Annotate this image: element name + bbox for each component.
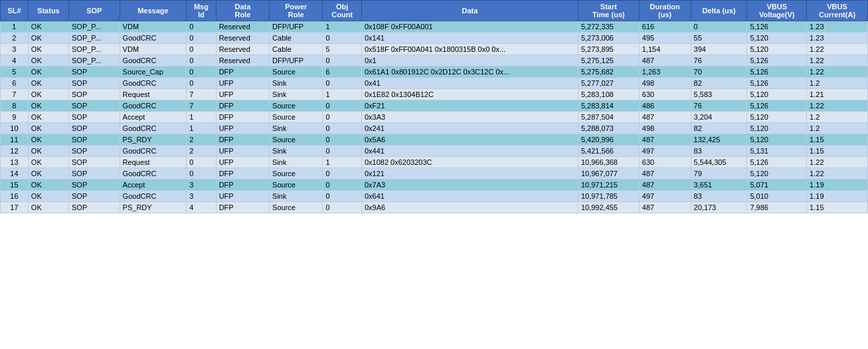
col-header-obj_count: ObjCount	[323, 1, 361, 21]
cell-msg_id: 3	[187, 179, 216, 191]
cell-delta: 83	[691, 191, 747, 202]
cell-msg_id: 0	[187, 168, 216, 179]
cell-obj_count: 6	[323, 66, 361, 78]
cell-sl: 8	[1, 100, 29, 112]
cell-start_time: 10,971,785	[578, 191, 639, 202]
cell-data: 0x121	[361, 168, 578, 179]
cell-vbus_current: 1.19	[807, 179, 868, 191]
table-row: 12OKSOPGoodCRC2UFPSink00x4415,421,566497…	[1, 146, 868, 157]
cell-data_role: Reserved	[216, 44, 269, 55]
cell-duration: 1,263	[639, 66, 691, 78]
cell-vbus_current: 1.22	[807, 55, 868, 66]
cell-vbus_voltage: 5,126	[747, 66, 807, 78]
cell-status: OK	[28, 21, 68, 33]
cell-delta: 5,583	[691, 89, 747, 100]
cell-sl: 4	[1, 55, 29, 66]
cell-delta: 20,173	[691, 202, 747, 213]
cell-start_time: 10,966,368	[578, 157, 639, 168]
cell-data_role: DFP	[216, 179, 269, 191]
cell-start_time: 5,288,073	[578, 123, 639, 134]
cell-vbus_current: 1.2	[807, 112, 868, 123]
cell-obj_count: 0	[323, 191, 361, 202]
cell-obj_count: 0	[323, 55, 361, 66]
table-row: 9OKSOPAccept1DFPSource00x3A35,287,504487…	[1, 112, 868, 123]
cell-delta: 55	[691, 33, 747, 44]
cell-sl: 5	[1, 66, 29, 78]
cell-status: OK	[28, 123, 68, 134]
cell-data_role: UFP	[216, 191, 269, 202]
cell-data_role: UFP	[216, 157, 269, 168]
cell-data_role: DFP	[216, 168, 269, 179]
cell-data: 0x61A1 0x801912C 0x2D12C 0x3C12C 0x...	[361, 66, 578, 78]
cell-power_role: Source	[270, 202, 323, 213]
cell-status: OK	[28, 146, 68, 157]
cell-start_time: 5,275,682	[578, 66, 639, 78]
cell-msg_id: 0	[187, 78, 216, 89]
cell-sop: SOP	[68, 78, 120, 89]
cell-power_role: Sink	[270, 157, 323, 168]
cell-power_role: Sink	[270, 191, 323, 202]
cell-start_time: 10,967,077	[578, 168, 639, 179]
cell-msg_id: 0	[187, 55, 216, 66]
cell-status: OK	[28, 66, 68, 78]
table-row: 4OKSOP_P...GoodCRC0ReservedDFP/UFP00x15,…	[1, 55, 868, 66]
cell-sop: SOP	[68, 123, 120, 134]
cell-message: GoodCRC	[120, 146, 187, 157]
cell-power_role: Source	[270, 179, 323, 191]
cell-vbus_current: 1.22	[807, 157, 868, 168]
col-header-status: Status	[28, 1, 68, 21]
cell-data: 0x41	[361, 78, 578, 89]
cell-data: 0xF21	[361, 100, 578, 112]
cell-start_time: 5,420,996	[578, 134, 639, 146]
cell-sop: SOP	[68, 112, 120, 123]
cell-vbus_voltage: 5,126	[747, 100, 807, 112]
cell-delta: 5,544,305	[691, 157, 747, 168]
cell-msg_id: 0	[187, 33, 216, 44]
cell-status: OK	[28, 202, 68, 213]
table-row: 11OKSOPPS_RDY2DFPSource00x5A65,420,99648…	[1, 134, 868, 146]
cell-vbus_voltage: 7,986	[747, 202, 807, 213]
cell-data: 0x1	[361, 55, 578, 66]
table-row: 17OKSOPPS_RDY4DFPSource00x9A610,992,4554…	[1, 202, 868, 213]
cell-power_role: Source	[270, 112, 323, 123]
cell-msg_id: 7	[187, 89, 216, 100]
cell-message: Source_Cap	[120, 66, 187, 78]
cell-start_time: 5,273,006	[578, 33, 639, 44]
cell-obj_count: 0	[323, 33, 361, 44]
cell-vbus_current: 1.2	[807, 78, 868, 89]
cell-data_role: DFP	[216, 202, 269, 213]
cell-data: 0x1082 0x6203203C	[361, 157, 578, 168]
cell-data_role: UFP	[216, 78, 269, 89]
cell-power_role: Sink	[270, 123, 323, 134]
cell-obj_count: 1	[323, 21, 361, 33]
col-header-power_role: PowerRole	[270, 1, 323, 21]
cell-start_time: 5,283,108	[578, 89, 639, 100]
cell-vbus_current: 1.2	[807, 123, 868, 134]
cell-vbus_voltage: 5,131	[747, 146, 807, 157]
cell-obj_count: 1	[323, 89, 361, 100]
cell-data_role: Reserved	[216, 33, 269, 44]
cell-sl: 15	[1, 179, 29, 191]
cell-duration: 487	[639, 112, 691, 123]
cell-status: OK	[28, 157, 68, 168]
cell-message: GoodCRC	[120, 55, 187, 66]
cell-sop: SOP	[68, 146, 120, 157]
cell-start_time: 10,971,215	[578, 179, 639, 191]
cell-delta: 3,651	[691, 179, 747, 191]
cell-sop: SOP_P...	[68, 21, 120, 33]
cell-start_time: 5,277,027	[578, 78, 639, 89]
cell-obj_count: 0	[323, 134, 361, 146]
cell-msg_id: 7	[187, 100, 216, 112]
cell-vbus_voltage: 5,126	[747, 157, 807, 168]
cell-obj_count: 0	[323, 168, 361, 179]
cell-message: PS_RDY	[120, 202, 187, 213]
cell-data: 0x518F 0xFF00A041 0x1800315B 0x0 0x...	[361, 44, 578, 55]
cell-sl: 13	[1, 157, 29, 168]
cell-delta: 83	[691, 146, 747, 157]
cell-status: OK	[28, 112, 68, 123]
col-header-delta: Delta (us)	[691, 1, 747, 21]
cell-duration: 630	[639, 89, 691, 100]
cell-vbus_current: 1.15	[807, 146, 868, 157]
cell-duration: 497	[639, 191, 691, 202]
cell-vbus_voltage: 5,126	[747, 21, 807, 33]
